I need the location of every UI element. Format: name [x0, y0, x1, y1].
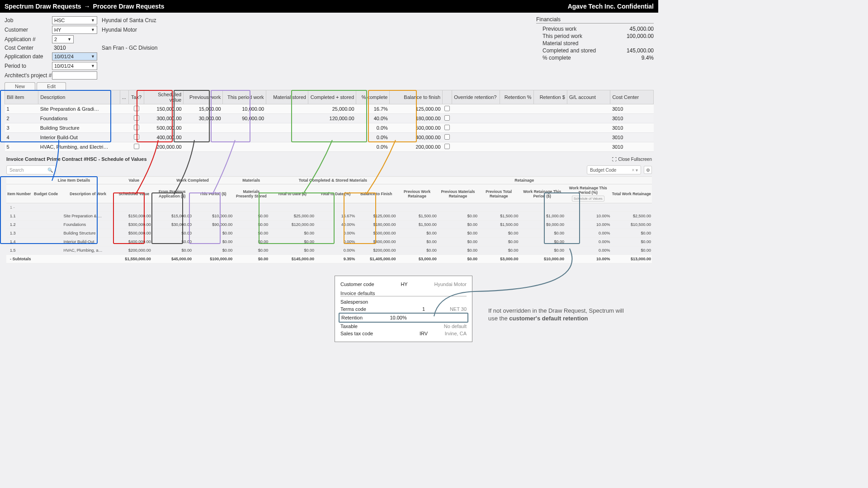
- spec-header[interactable]: Previous work: [184, 90, 223, 104]
- spec-header[interactable]: Retention %: [500, 90, 533, 104]
- table-row[interactable]: 1.4Interior Build-Out$400,000.00$0.00$0.…: [6, 238, 652, 246]
- checkbox[interactable]: [134, 115, 139, 121]
- checkbox[interactable]: [444, 115, 450, 121]
- checkbox[interactable]: [134, 106, 139, 111]
- pro-subheader[interactable]: Work Retainage This Period (%)Schedule o…: [565, 184, 611, 203]
- spec-header[interactable]: Cost Center: [610, 90, 654, 104]
- spec-header[interactable]: Override retention?: [452, 90, 500, 104]
- budget-code-select[interactable]: Budget Code× ▾: [587, 165, 641, 174]
- chevron-down-icon: ▼: [91, 28, 95, 32]
- financials-row: Completed and stored145,000.00: [536, 47, 654, 54]
- new-button[interactable]: New: [5, 82, 35, 90]
- appdate-select[interactable]: 10/01/24▼: [52, 52, 97, 61]
- chevron-down-icon: ▼: [91, 18, 95, 23]
- table-row[interactable]: 5HVAC, Plumbing, and Electri… 200,000.00…: [5, 142, 654, 152]
- confidential-label: Agave Tech Inc. Confidential: [568, 3, 654, 10]
- pro-subheader[interactable]: This Period ($): [193, 184, 233, 203]
- table-row[interactable]: 1.1Site Preparation & …$150,000.00$15,00…: [6, 212, 652, 221]
- retention-row: Retention10.00%: [339, 313, 468, 323]
- table-row[interactable]: 2Foundations 300,000.0030,000.0090,000.0…: [5, 114, 654, 123]
- table-row[interactable]: 4Interior Build-Out 400,000.00 0.0%400,0…: [5, 133, 654, 142]
- procore-table: Line Item Details Value Work Completed M…: [6, 176, 652, 263]
- spec-header[interactable]: Material stored: [266, 90, 308, 104]
- appno-label: Application #: [5, 36, 52, 42]
- checkbox[interactable]: [134, 144, 139, 149]
- spec-header[interactable]: This period work: [223, 90, 266, 104]
- customer-select[interactable]: HY▼: [52, 26, 97, 34]
- pro-subheader[interactable]: Total to Date (%): [315, 184, 356, 203]
- procore-title: Invoice Contract Prime Contract #HSC - S…: [6, 156, 147, 162]
- table-row[interactable]: 1.5HVAC, Plumbing, a…$200,000.00$0.00$0.…: [6, 246, 652, 255]
- cc-label: Cost Center: [5, 45, 52, 51]
- table-row[interactable]: 3Building Structure 500,000.00 0.0%500,0…: [5, 123, 654, 133]
- spec-header[interactable]: ...: [120, 90, 128, 104]
- title-left: Spectrum Draw Requests→Procore Draw Requ…: [5, 3, 165, 10]
- checkbox[interactable]: [444, 106, 450, 111]
- close-fullscreen-button[interactable]: ⛶ Close Fullscreen: [612, 157, 652, 162]
- checkbox[interactable]: [444, 134, 450, 140]
- procore-table-wrap: Line Item Details Value Work Completed M…: [0, 176, 658, 263]
- title-bar: Spectrum Draw Requests→Procore Draw Requ…: [0, 0, 658, 13]
- cust-name: Hyundai Motor: [434, 282, 467, 287]
- checkbox[interactable]: [134, 125, 139, 130]
- pro-subheader[interactable]: Scheduled Value: [116, 184, 152, 203]
- archproj-label: Architect's project #: [5, 72, 52, 79]
- spec-header[interactable]: Retention $: [533, 90, 567, 104]
- pro-subheader[interactable]: Total Work Retainage: [611, 184, 652, 203]
- chevron-down-icon: ▼: [67, 37, 71, 42]
- pro-subheader[interactable]: Description of Work: [60, 184, 116, 203]
- checkbox[interactable]: [444, 144, 450, 149]
- callout-row: Terms code1NET 30: [340, 305, 467, 313]
- search-input[interactable]: Search🔍: [6, 165, 56, 174]
- invoice-defaults-section: Invoice defaults: [340, 291, 467, 296]
- group-row[interactable]: 1 -: [6, 203, 652, 212]
- archproj-input[interactable]: [52, 71, 97, 80]
- customer-label: Customer: [5, 27, 52, 33]
- spec-header[interactable]: % complete: [356, 90, 390, 104]
- spec-header[interactable]: Tax?: [128, 90, 144, 104]
- filter-icon[interactable]: ⚙: [644, 166, 652, 174]
- subtotal-row: - Subtotals$1,550,000.00$45,000.00$100,0…: [6, 255, 652, 263]
- spectrum-table-wrap: Bill itemDescription...Tax?Scheduled val…: [0, 90, 658, 152]
- pro-subheader[interactable]: Balance to Finish: [356, 184, 396, 203]
- financials-row: Material stored: [536, 40, 654, 47]
- checkbox[interactable]: [444, 125, 450, 130]
- spec-header[interactable]: [443, 90, 452, 104]
- form-left: Job HSC▼ Hyundai of Santa Cruz Customer …: [5, 16, 188, 80]
- edit-button[interactable]: Edit: [37, 82, 66, 90]
- appno-select[interactable]: 2▼: [52, 35, 74, 43]
- cust-code-label: Customer code: [340, 282, 374, 287]
- pro-subheader[interactable]: Work Retainage This Period ($): [519, 184, 565, 203]
- spec-header[interactable]: G/L account: [567, 90, 610, 104]
- search-row: Search🔍 Budget Code× ▾ ⚙: [0, 164, 658, 176]
- pro-subheader[interactable]: Budget Code: [32, 184, 60, 203]
- pro-subheader[interactable]: Previous Total Retainage: [478, 184, 519, 203]
- periodto-select[interactable]: 10/01/24▼: [52, 62, 97, 70]
- pro-subheader[interactable]: Previous Work Retainage: [397, 184, 438, 203]
- spec-header[interactable]: Scheduled value: [144, 90, 184, 104]
- pro-subheader[interactable]: From Previous Application ($): [152, 184, 193, 203]
- callout-row: TaxableNo default: [340, 323, 467, 330]
- table-row[interactable]: 1.3Building Structure$500,000.00$0.00$0.…: [6, 229, 652, 238]
- financials-row: This period work100,000.00: [536, 33, 654, 40]
- customer-desc: Hyundai Motor: [97, 27, 188, 33]
- checkbox[interactable]: [134, 134, 139, 140]
- spec-header[interactable]: Bill item: [5, 90, 38, 104]
- table-row[interactable]: 1.2Foundations$300,000.00$30,000.00$90,0…: [6, 221, 652, 229]
- periodto-label: Period to: [5, 63, 52, 69]
- pro-subheader[interactable]: Previous Materials Retainage: [438, 184, 478, 203]
- spec-header[interactable]: Description: [38, 90, 120, 104]
- spec-header[interactable]: Balance to finish: [390, 90, 443, 104]
- collapse-icon: ⛶: [612, 157, 617, 162]
- pro-subheader[interactable]: Total to Date ($): [269, 184, 315, 203]
- job-desc: Hyundai of Santa Cruz: [97, 17, 188, 23]
- procore-title-row: Invoice Contract Prime Contract #HSC - S…: [0, 152, 658, 164]
- pro-subheader[interactable]: Item Number: [6, 184, 32, 203]
- job-select[interactable]: HSC▼: [52, 16, 97, 24]
- pro-subheader[interactable]: Materials Presently Stored: [233, 184, 269, 203]
- job-label: Job: [5, 17, 52, 23]
- cc-desc: San Fran - GC Division: [97, 45, 188, 51]
- customer-defaults-callout: Customer code HY Hyundai Motor Invoice d…: [335, 276, 472, 342]
- spec-header[interactable]: Completed + stored: [308, 90, 356, 104]
- table-row[interactable]: 1Site Preparation & Gradi… 150,000.0015,…: [5, 104, 654, 114]
